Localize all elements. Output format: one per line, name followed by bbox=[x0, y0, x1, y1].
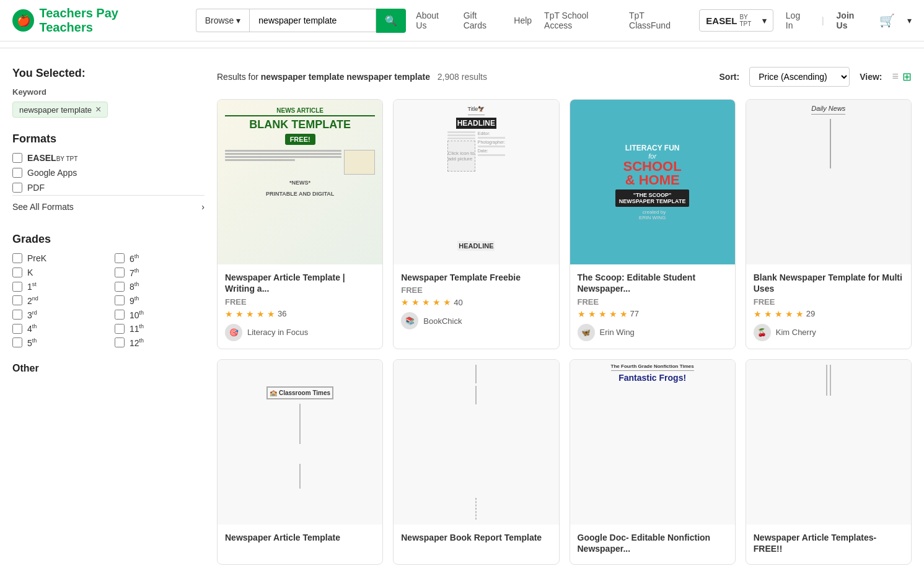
login-button[interactable]: Log In bbox=[786, 11, 809, 30]
product-card-6[interactable]: Newspaper Book Report Template bbox=[393, 359, 559, 565]
grade-k-checkbox[interactable] bbox=[12, 268, 22, 277]
product-author-2: 📚 BookChick bbox=[401, 312, 551, 329]
product-info-8: Newspaper Article Templates- FREE!! bbox=[746, 525, 911, 564]
sort-select[interactable]: Price (Ascending) Price (Descending) Mos… bbox=[749, 67, 850, 87]
product-card-3[interactable]: LITERACY FUN for SCHOOL & HOME "THE SCOO… bbox=[570, 99, 736, 349]
results-keyword: newspaper template bbox=[261, 72, 345, 82]
grade-4th-checkbox[interactable] bbox=[12, 324, 22, 334]
product-thumb-8 bbox=[746, 360, 911, 525]
formats-section: Formats EASELBY TPT Google Apps PDF See … bbox=[12, 133, 205, 218]
nav-help[interactable]: Help bbox=[514, 15, 532, 25]
grade-11th: 11th bbox=[115, 323, 205, 334]
author-name-2: BookChick bbox=[423, 316, 462, 326]
format-google-checkbox[interactable] bbox=[12, 168, 22, 178]
product-name-6: Newspaper Book Report Template bbox=[401, 532, 551, 543]
product-thumb-6 bbox=[394, 360, 558, 525]
sort-view: Sort: Price (Ascending) Price (Descendin… bbox=[719, 67, 912, 87]
product-thumb-2: Title 🦅 HEADLINE Click icon toadd pictur… bbox=[394, 100, 558, 264]
product-card-7[interactable]: The Fourth Grade Nonfiction Times Fantas… bbox=[570, 359, 736, 565]
easel-badge[interactable]: EASEL BY TPT ▾ bbox=[699, 9, 773, 32]
easel-label: EASEL bbox=[706, 15, 737, 26]
product-card-2[interactable]: Title 🦅 HEADLINE Click icon toadd pictur… bbox=[393, 99, 559, 349]
grade-10th-checkbox[interactable] bbox=[115, 310, 125, 320]
grid-view-icon[interactable]: ⊞ bbox=[902, 70, 912, 84]
nav-tpt-school[interactable]: TpT School Access bbox=[544, 11, 617, 30]
product-price-2: FREE bbox=[401, 285, 551, 295]
logo-area[interactable]: 🍎 Teachers Pay Teachers bbox=[12, 6, 174, 35]
product-info-5: Newspaper Article Template bbox=[218, 525, 382, 553]
grade-7th: 7th bbox=[115, 268, 205, 278]
results-section: Results for newspaper template newspaper… bbox=[217, 67, 912, 565]
product-thumb-4: Daily News bbox=[746, 100, 911, 264]
product-info-7: Google Doc- Editable Nonfiction Newspape… bbox=[570, 525, 735, 564]
grade-3rd-checkbox[interactable] bbox=[12, 310, 22, 320]
format-pdf-checkbox[interactable] bbox=[12, 183, 22, 193]
grade-11th-checkbox[interactable] bbox=[115, 324, 125, 334]
grade-4th: 4th bbox=[12, 323, 102, 334]
results-prefix: Results for bbox=[217, 72, 258, 82]
product-info-6: Newspaper Book Report Template bbox=[394, 525, 558, 553]
search-input[interactable] bbox=[249, 9, 376, 32]
header: 🍎 Teachers Pay Teachers Browse ▾ 🔍 About… bbox=[0, 0, 924, 41]
product-name-4: Blank Newspaper Template for Multi Uses bbox=[754, 272, 904, 294]
grade-prek-checkbox[interactable] bbox=[12, 253, 22, 263]
formats-title: Formats bbox=[12, 133, 205, 146]
view-icons: ≡ ⊞ bbox=[892, 70, 912, 84]
results-keyword-inline: newspaper template bbox=[346, 72, 430, 82]
grade-12th-checkbox[interactable] bbox=[115, 337, 125, 347]
grade-9th-checkbox[interactable] bbox=[115, 295, 125, 305]
grade-8th-checkbox[interactable] bbox=[115, 282, 125, 292]
grade-1st: 1st bbox=[12, 281, 102, 292]
product-stars-4: ★★★★★ 29 bbox=[754, 309, 904, 319]
search-button[interactable]: 🔍 bbox=[376, 9, 406, 33]
keyword-label: Keyword bbox=[12, 87, 205, 97]
list-view-icon[interactable]: ≡ bbox=[892, 70, 899, 84]
grade-6th-checkbox[interactable] bbox=[115, 253, 125, 263]
grades-title: Grades bbox=[12, 233, 205, 246]
remove-keyword-button[interactable]: × bbox=[95, 105, 101, 115]
nav-tpt-classfund[interactable]: TpT ClassFund bbox=[629, 11, 687, 30]
grade-prek: PreK bbox=[12, 253, 102, 264]
main-layout: You Selected: Keyword newspaper template… bbox=[0, 54, 924, 577]
product-name-2: Newspaper Template Freebie bbox=[401, 272, 551, 283]
join-button[interactable]: Join Us bbox=[837, 11, 867, 30]
format-easel-checkbox[interactable] bbox=[12, 153, 22, 163]
grade-6th: 6th bbox=[115, 253, 205, 264]
header-nav: About Us Gift Cards Help TpT School Acce… bbox=[416, 9, 912, 32]
product-name-5: Newspaper Article Template bbox=[225, 532, 375, 543]
selected-title: You Selected: bbox=[12, 67, 205, 80]
product-card-8[interactable]: Newspaper Article Templates- FREE!! bbox=[746, 359, 912, 565]
nav-gift-cards[interactable]: Gift Cards bbox=[464, 11, 502, 30]
author-avatar-2: 📚 bbox=[401, 312, 418, 329]
cart-icon[interactable]: 🛒 bbox=[879, 13, 895, 28]
product-info-2: Newspaper Template Freebie FREE ★★★★★ 40… bbox=[394, 264, 558, 337]
product-info-1: Newspaper Article Template | Writing a..… bbox=[218, 264, 382, 348]
format-google-label: Google Apps bbox=[27, 168, 77, 178]
sidebar: You Selected: Keyword newspaper template… bbox=[12, 67, 205, 565]
product-name-3: The Scoop: Editable Student Newspaper... bbox=[578, 272, 728, 294]
grade-1st-checkbox[interactable] bbox=[12, 282, 22, 292]
grade-k: K bbox=[12, 268, 102, 278]
browse-button[interactable]: Browse ▾ bbox=[196, 9, 250, 32]
grade-2nd-checkbox[interactable] bbox=[12, 295, 22, 305]
product-name-7: Google Doc- Editable Nonfiction Newspape… bbox=[578, 532, 728, 554]
product-stars-1: ★★★★★ 36 bbox=[225, 309, 375, 319]
author-name-3: Erin Wing bbox=[600, 328, 635, 337]
grade-7th-checkbox[interactable] bbox=[115, 268, 125, 277]
site-name: Teachers Pay Teachers bbox=[39, 6, 173, 35]
grade-2nd: 2nd bbox=[12, 295, 102, 306]
see-all-formats[interactable]: See All Formats › bbox=[12, 195, 205, 218]
grades-section: Grades PreK 6th K 7th 1st 8th 2nd 9th 3r… bbox=[12, 233, 205, 348]
product-card-1[interactable]: NEWS ARTICLE BLANK TEMPLATE FREE! bbox=[217, 99, 383, 349]
author-name-4: Kim Cherry bbox=[776, 328, 816, 337]
product-thumb-1: NEWS ARTICLE BLANK TEMPLATE FREE! bbox=[218, 100, 382, 264]
product-card-5[interactable]: 🏫 Classroom Times Newspaper bbox=[217, 359, 383, 565]
keyword-tag[interactable]: newspaper template × bbox=[12, 102, 108, 118]
sort-label: Sort: bbox=[719, 72, 740, 82]
grade-8th: 8th bbox=[115, 281, 205, 292]
easel-sub: BY TPT bbox=[739, 14, 759, 27]
grade-5th-checkbox[interactable] bbox=[12, 337, 22, 347]
product-card-4[interactable]: Daily News bbox=[746, 99, 912, 349]
nav-about[interactable]: About Us bbox=[416, 11, 451, 30]
grade-12th: 12th bbox=[115, 337, 205, 348]
